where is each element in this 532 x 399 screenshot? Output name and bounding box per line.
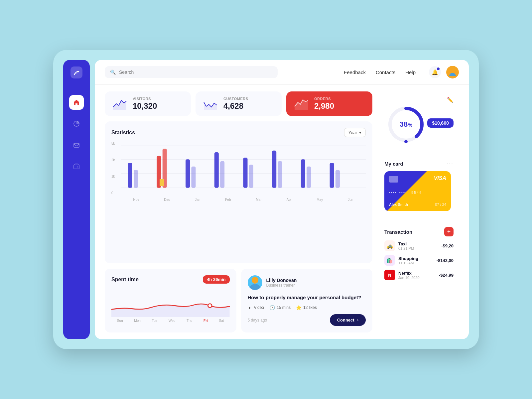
author-name: Lilly Donovan	[266, 278, 297, 283]
sidebar-item-home[interactable]	[69, 95, 84, 110]
main-content: 🔍 Feedback Contacts Help 🔔	[95, 60, 469, 339]
user-avatar[interactable]	[446, 66, 459, 78]
svg-rect-13	[134, 170, 138, 188]
connect-button[interactable]: Connect ›	[330, 314, 366, 326]
customers-label: CUSTOMERS	[223, 97, 248, 101]
card-name: Alex Smith	[389, 202, 408, 206]
video-icon: ⏵	[248, 305, 252, 310]
nav-link-feedback[interactable]: Feedback	[344, 69, 366, 75]
time-badge: 4h 26min	[203, 275, 229, 284]
topbar: 🔍 Feedback Contacts Help 🔔	[95, 60, 469, 85]
svg-rect-28	[335, 170, 340, 188]
stat-cards: VISITORS 10,320 CUSTOME	[105, 91, 372, 116]
customers-value: 4,628	[223, 101, 248, 111]
clock-icon: 🕐	[269, 305, 275, 310]
content-card: Lilly Donovan Business trainer How to pr…	[241, 269, 373, 332]
meta-likes: ⭐ 12 likes	[296, 305, 317, 310]
svg-point-4	[451, 69, 454, 72]
transaction-item-shopping: 🛍️ Shopping 11:15 AM -$142,00	[384, 255, 454, 266]
edit-button[interactable]: ✏️	[447, 97, 454, 103]
content-title: How to properly manage your personal bud…	[248, 294, 366, 301]
notification-bell[interactable]: 🔔	[429, 66, 441, 78]
taxi-amount: -$9,20	[441, 243, 454, 248]
card-expiry: 07 / 24	[435, 202, 446, 206]
stat-card-customers: CUSTOMERS 4,628	[196, 91, 282, 116]
chart-x-labels: Nov Dec Jan Feb Mar Apr May Jun	[121, 198, 366, 201]
star-icon: ⭐	[296, 305, 302, 310]
svg-rect-19	[214, 152, 219, 188]
taxi-name: Taxi	[398, 241, 438, 246]
chart-bars	[121, 142, 366, 195]
shopping-name: Shopping	[398, 256, 433, 261]
svg-rect-16	[160, 179, 164, 186]
time-ago: 5 days ago	[248, 318, 267, 323]
price-badge: $10,600	[427, 118, 454, 128]
search-input[interactable]	[119, 69, 272, 75]
svg-point-30	[252, 277, 258, 284]
search-icon: 🔍	[110, 69, 116, 75]
transaction-item-netflix: N Netflix Jan 10, 2020 -$24.99	[384, 270, 454, 280]
svg-point-33	[404, 140, 408, 143]
donut-card: ✏️ 38% $10,600	[379, 91, 459, 150]
transaction-title: Transaction	[384, 229, 412, 235]
my-card-title: My card	[384, 161, 403, 167]
svg-rect-20	[220, 161, 224, 188]
spent-time-card: Spent time 4h 26min	[105, 269, 236, 332]
svg-rect-24	[278, 161, 282, 188]
svg-rect-2	[74, 165, 79, 169]
sidebar-item-chart[interactable]	[69, 116, 84, 131]
svg-marker-5	[113, 100, 126, 110]
search-box[interactable]: 🔍	[105, 66, 278, 78]
orders-icon	[293, 97, 310, 110]
topbar-actions: 🔔	[429, 66, 459, 78]
shopping-time: 11:15 AM	[398, 261, 433, 265]
transaction-item-taxi: 🚕 Taxi 01:21 PM -$9,20	[384, 240, 454, 251]
spent-time-chart	[111, 287, 230, 317]
spent-time-title: Spent time	[111, 277, 139, 283]
nav-link-contacts[interactable]: Contacts	[376, 69, 395, 75]
svg-rect-26	[307, 167, 311, 188]
taxi-time: 01:21 PM	[398, 246, 438, 250]
svg-rect-22	[249, 165, 253, 188]
taxi-icon: 🚕	[384, 240, 395, 251]
svg-rect-12	[128, 163, 132, 188]
customers-icon	[202, 97, 219, 110]
transaction-section: Transaction + 🚕 Taxi 01:21 PM -$9,20	[379, 222, 459, 332]
card-number: •••• •••• 9546	[389, 191, 446, 195]
chart-y-labels: 5k 2k 1k 0	[111, 142, 115, 201]
statistics-title: Statistics	[111, 130, 135, 136]
svg-rect-18	[191, 167, 196, 188]
svg-rect-27	[330, 163, 334, 188]
svg-point-29	[208, 304, 212, 308]
donut-percent: 38	[400, 120, 408, 129]
nav-link-help[interactable]: Help	[405, 69, 416, 75]
svg-rect-23	[272, 151, 276, 188]
sidebar-item-mail[interactable]	[69, 138, 84, 152]
notification-dot	[437, 67, 440, 70]
orders-label: ORDERS	[314, 97, 334, 101]
content-area: VISITORS 10,320 CUSTOME	[95, 85, 469, 339]
left-column: VISITORS 10,320 CUSTOME	[105, 91, 372, 332]
more-options-button[interactable]: ···	[447, 160, 454, 167]
sidebar-item-wallet[interactable]	[69, 159, 84, 174]
card-chip	[389, 176, 398, 183]
stat-card-visitors: VISITORS 10,320	[105, 91, 191, 116]
author-role: Business trainer	[266, 283, 297, 288]
sidebar	[63, 60, 90, 339]
netflix-amount: -$24.99	[439, 273, 454, 278]
right-column: ✏️ 38% $10,600	[379, 91, 459, 332]
svg-rect-21	[243, 158, 248, 188]
netflix-name: Netflix	[398, 271, 436, 276]
svg-rect-1	[74, 143, 79, 147]
meta-time: 🕐 15 mins	[269, 305, 291, 310]
svg-point-3	[77, 167, 78, 168]
svg-rect-25	[301, 159, 305, 188]
content-meta: ⏵ Video 🕐 15 mins ⭐ 12 likes	[248, 305, 366, 310]
visitors-icon	[111, 97, 128, 110]
add-transaction-button[interactable]: +	[444, 227, 454, 236]
visitors-value: 10,320	[133, 101, 157, 111]
my-card-section: My card ··· VISA •••• •••• 9546 Alex Smi…	[379, 155, 459, 216]
nav-links: Feedback Contacts Help	[344, 69, 416, 75]
period-select[interactable]: Year ▾	[344, 128, 366, 137]
statistics-chart: 5k 2k 1k 0	[111, 142, 366, 201]
